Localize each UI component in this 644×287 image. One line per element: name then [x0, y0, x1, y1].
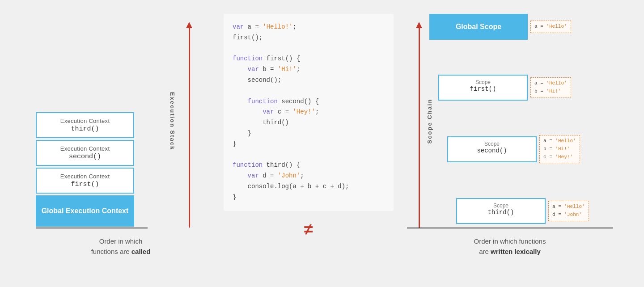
- scope-box-second: Scope second(): [447, 136, 537, 162]
- execution-stack-label: Execution Stack: [169, 92, 175, 150]
- middle-panel: var a = 'Hello!'; first(); function firs…: [219, 14, 398, 273]
- code-line-10: }: [233, 139, 385, 150]
- stack-box-third: Execution Context third(): [36, 112, 134, 138]
- scope-baseline: [407, 228, 613, 228]
- right-caption: Order in which functions are written lex…: [474, 236, 546, 257]
- left-caption-line2: functions are: [91, 248, 131, 255]
- scope-box-first: Scope first(): [438, 75, 528, 101]
- code-block: var a = 'Hello!'; first(); function firs…: [224, 14, 394, 211]
- global-context-label: Global Execution Context: [42, 207, 129, 215]
- ec-fn-third: third(): [40, 125, 130, 133]
- global-execution-context: Global Execution Context: [36, 195, 134, 227]
- code-line-8: third(): [233, 118, 385, 128]
- left-panel: Global Execution Context Execution Conte…: [27, 14, 215, 273]
- var-a-global: a = 'Hello': [534, 23, 567, 31]
- code-line-blank2: [233, 86, 385, 97]
- arrow-line: [189, 28, 190, 228]
- scope-item-first: Scope first() a = 'Hello' b = 'Hi!': [438, 75, 613, 101]
- right-caption-bold: written lexically: [491, 248, 541, 255]
- not-equal-symbol: ≠: [304, 220, 313, 239]
- scope-box-third: Scope third(): [456, 198, 546, 224]
- var-a-second: a = 'Hello': [543, 137, 576, 145]
- scope-vars-second: a = 'Hello' b = 'Hi!' c = 'Hey!': [539, 135, 580, 163]
- ec-label-second: Execution Context: [40, 145, 130, 152]
- var-b-first: b = 'Hi!': [534, 88, 567, 96]
- scopes-column: Global Scope a = 'Hello' Scope first() a…: [429, 14, 613, 224]
- code-line-6: function second() {: [233, 97, 385, 107]
- ec-fn-second: second(): [40, 153, 130, 160]
- code-line-1: var a = 'Hello!';: [233, 22, 385, 33]
- scope-fn-first: first(): [444, 85, 522, 93]
- code-line-blank1: [233, 43, 385, 54]
- code-line-7: var c = 'Hey!';: [233, 107, 385, 118]
- code-line-4: var b = 'Hi!';: [233, 64, 385, 75]
- code-line-5: second();: [233, 75, 385, 86]
- code-line-9: }: [233, 128, 385, 139]
- ec-fn-first: first(): [40, 181, 130, 188]
- left-caption: Order in which functions are called: [91, 236, 151, 257]
- ec-label-first: Execution Context: [40, 173, 130, 180]
- global-scope-label: Global Scope: [456, 23, 501, 31]
- scope-chain-arrow: [416, 22, 422, 228]
- right-caption-line2: are: [479, 248, 491, 255]
- scope-arrow-line: [419, 28, 420, 228]
- stack-area: Global Execution Context Execution Conte…: [36, 14, 206, 228]
- left-caption-line1: Order in which: [99, 237, 143, 245]
- scope-box-global: Global Scope: [429, 14, 528, 40]
- scope-fn-second: second(): [453, 147, 531, 154]
- code-line-14: }: [233, 192, 385, 203]
- code-line-3: function first() {: [233, 54, 385, 64]
- var-c-second: c = 'Hey!': [543, 153, 576, 161]
- scope-fn-third: third(): [462, 209, 540, 216]
- code-line-12: var d = 'John';: [233, 171, 385, 181]
- var-a-third: a = 'Hello': [552, 203, 585, 211]
- scope-label-second: Scope: [453, 141, 531, 147]
- code-line-13: console.log(a + b + c + d);: [233, 181, 385, 192]
- left-caption-bold: called: [131, 248, 151, 255]
- scope-area: Scope Chain Global Scope a = 'Hello' Sco…: [407, 14, 613, 228]
- scope-item-second: Scope second() a = 'Hello' b = 'Hi!' c =…: [447, 135, 613, 163]
- code-line-2: first();: [233, 33, 385, 43]
- code-line-blank3: [233, 150, 385, 160]
- scope-vars-global: a = 'Hello': [530, 21, 571, 33]
- var-b-second: b = 'Hi!': [543, 145, 576, 153]
- main-container: Global Execution Context Execution Conte…: [13, 5, 631, 282]
- scope-vars-third: a = 'Hello' d = 'John': [548, 201, 589, 221]
- stack-boxes: Global Execution Context Execution Conte…: [36, 18, 143, 228]
- stack-box-first: Execution Context first(): [36, 168, 134, 194]
- execution-stack-arrow: [186, 22, 192, 228]
- scope-item-global: Global Scope a = 'Hello': [429, 14, 613, 40]
- stack-box-second: Execution Context second(): [36, 140, 134, 166]
- var-a-first: a = 'Hello': [534, 80, 567, 88]
- stack-baseline: [36, 228, 148, 228]
- right-caption-line1: Order in which functions: [474, 237, 546, 245]
- code-line-11: function third() {: [233, 160, 385, 171]
- var-d-third: d = 'John': [552, 211, 585, 219]
- arrow-head: [186, 22, 192, 28]
- right-panel: Scope Chain Global Scope a = 'Hello' Sco…: [402, 14, 617, 273]
- scope-label-third: Scope: [462, 203, 540, 209]
- ec-label-third: Execution Context: [40, 118, 130, 124]
- scope-arrow-head: [416, 22, 422, 28]
- scope-vars-first: a = 'Hello' b = 'Hi!': [530, 77, 571, 97]
- scope-label-first: Scope: [444, 79, 522, 85]
- scope-item-third: Scope third() a = 'Hello' d = 'John': [456, 198, 613, 224]
